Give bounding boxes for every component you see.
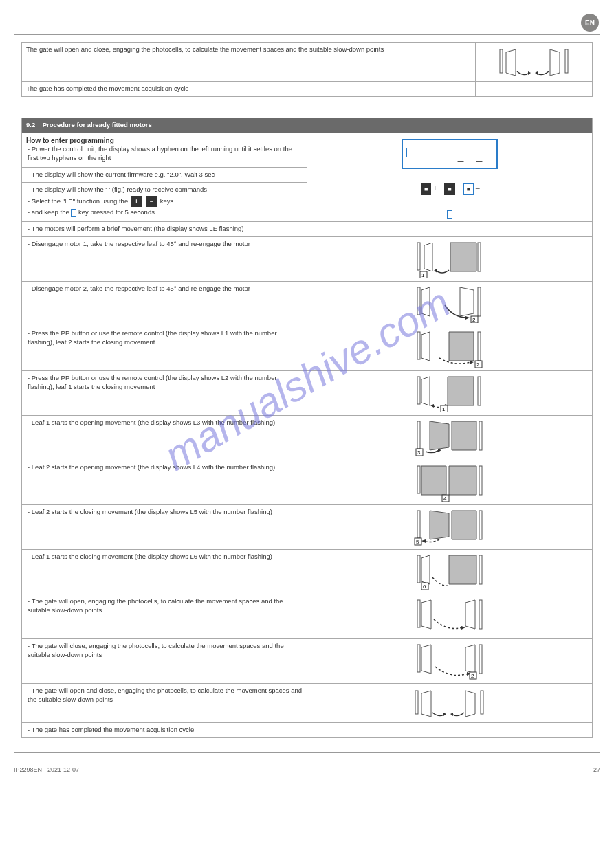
svg-rect-30 (478, 377, 481, 405)
row6: Press the PP button or use the remote co… (22, 326, 307, 371)
svg-marker-75 (465, 691, 475, 717)
row8-icon: 3 (307, 416, 593, 460)
svg-marker-67 (465, 645, 475, 674)
top-row2-empty (476, 82, 593, 97)
svg-marker-5 (535, 71, 538, 75)
row-firmware: The display will show the current firmwa… (22, 167, 307, 183)
row9: Leaf 2 starts the opening movement (the … (22, 460, 307, 505)
svg-marker-56 (449, 555, 476, 584)
row9-icon: 4 (307, 460, 593, 505)
svg-rect-63 (479, 600, 482, 629)
enter-prog-title: How to enter programming (26, 136, 303, 146)
svg-marker-22 (449, 332, 474, 361)
row4-icon: 1 (307, 237, 593, 282)
section-title: Procedure for already fitted motors (43, 121, 152, 129)
row3-icon (307, 222, 593, 237)
svg-marker-1 (506, 49, 516, 76)
svg-marker-29 (448, 377, 474, 405)
row14: The gate will open and close, engaging t… (22, 684, 307, 723)
svg-text:1: 1 (421, 272, 425, 278)
svg-text:4: 4 (443, 496, 447, 502)
svg-text:2: 2 (471, 673, 474, 679)
svg-text:5: 5 (416, 539, 419, 545)
svg-marker-24 (470, 361, 474, 364)
row13: The gate will close, engaging the photoc… (22, 639, 307, 684)
svg-rect-23 (478, 332, 481, 361)
row5: Disengage motor 2, take the respective l… (22, 282, 307, 326)
svg-marker-55 (421, 555, 430, 584)
top-row2-text: The gate has completed the movement acqu… (22, 82, 476, 97)
row10-icon: 5 (307, 505, 593, 550)
svg-rect-60 (417, 600, 420, 627)
svg-marker-7 (424, 243, 432, 271)
svg-marker-51 (421, 539, 426, 543)
row5-icon: 2 (307, 282, 593, 326)
page-footer: IP2298EN - 2021-12-07 27 (14, 766, 600, 773)
footer-code: IP2298EN - 2021-12-07 (14, 766, 79, 773)
row11: Leaf 1 starts the closing movement (the … (22, 550, 307, 594)
svg-marker-17 (465, 316, 470, 320)
page-frame: manualshive.com The gate will open and c… (14, 34, 600, 753)
svg-rect-74 (481, 691, 483, 714)
svg-marker-4 (528, 71, 531, 75)
svg-rect-57 (479, 555, 482, 584)
row-select-le-l2: Select the "LE" function using the + − k… (28, 194, 303, 208)
plus-label: + (432, 183, 437, 193)
page-number: 27 (593, 766, 600, 773)
svg-text:3: 3 (417, 449, 421, 456)
svg-text:2: 2 (472, 317, 476, 323)
section-table: 9.2 Procedure for already fitted motors … (21, 118, 593, 738)
svg-marker-28 (421, 377, 430, 405)
row-select-le-l3: and keep the key pressed for 5 seconds (28, 208, 303, 217)
svg-rect-44 (479, 466, 482, 495)
row4: Disengage motor 1, take the respective l… (22, 237, 307, 282)
section-number: 9.2 (26, 121, 35, 129)
row3: The motors will perform a brief movement… (22, 222, 307, 237)
section-header: 9.2 Procedure for already fitted motors (22, 118, 593, 133)
row11-icon: 6 (307, 550, 593, 594)
row15-empty (307, 723, 593, 738)
svg-rect-54 (417, 555, 420, 583)
row15: The gate has completed the movement acqu… (22, 723, 307, 738)
top-row1-text: The gate will open and close, engaging t… (22, 43, 476, 82)
row8: Leaf 1 starts the opening movement (the … (22, 416, 307, 460)
svg-rect-37 (479, 421, 482, 450)
svg-rect-50 (479, 511, 482, 539)
row13-icon: 2 (307, 639, 593, 684)
svg-marker-21 (421, 332, 430, 361)
svg-marker-10 (434, 269, 437, 273)
enter-key-inline (71, 209, 76, 217)
row6-icon: 2 (307, 326, 593, 371)
enter-prog-step1: Power the control unit, the display show… (28, 145, 303, 163)
svg-rect-20 (417, 332, 420, 359)
display-icon: – – (402, 139, 498, 169)
svg-rect-47 (417, 511, 420, 538)
plus-button-icon: ■ (421, 183, 431, 194)
row7-icon: 1 (307, 371, 593, 416)
row-select-le-l1: The display will show the '-' (fig.) rea… (28, 186, 303, 194)
minus2-button-icon: ■ (463, 183, 474, 194)
minus-label: − (475, 183, 480, 193)
plus-key-inline: + (131, 196, 142, 207)
svg-rect-2 (565, 49, 568, 73)
svg-marker-31 (430, 404, 434, 408)
svg-marker-49 (452, 511, 476, 539)
svg-text:6: 6 (423, 583, 426, 590)
svg-marker-43 (449, 466, 476, 495)
svg-marker-76 (443, 713, 446, 716)
svg-marker-64 (461, 626, 465, 630)
svg-text:1: 1 (442, 406, 446, 412)
svg-rect-0 (500, 49, 503, 73)
minus1-button-icon: ■ (444, 183, 454, 194)
svg-marker-38 (438, 449, 441, 452)
enter-prog-title-cell: How to enter programming Power the contr… (22, 133, 307, 167)
svg-rect-68 (479, 645, 482, 674)
row-firmware-text: The display will show the current firmwa… (28, 170, 303, 179)
svg-marker-3 (550, 49, 560, 76)
minus-key-inline: − (146, 196, 157, 207)
svg-marker-77 (450, 713, 453, 716)
row12-icon (307, 594, 593, 639)
top-row1-icon (476, 43, 593, 82)
row-select-le: The display will show the '-' (fig.) rea… (22, 183, 307, 222)
svg-rect-34 (417, 421, 420, 449)
